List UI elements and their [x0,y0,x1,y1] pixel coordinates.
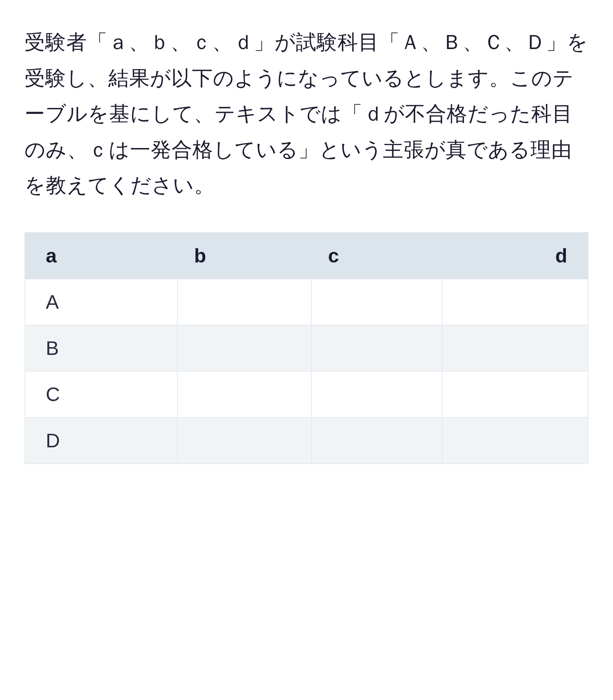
table-cell [177,279,311,325]
results-table-container: a b c d A B C [25,232,588,464]
table-header-cell: c [311,233,442,279]
results-table: a b c d A B C [25,232,588,464]
table-cell [442,371,588,417]
table-row: B [25,325,588,371]
table-header-cell: b [177,233,311,279]
table-cell [311,371,442,417]
table-cell [311,279,442,325]
question-paragraph: 受験者「ａ、ｂ、ｃ、ｄ」が試験科目「Ａ、Ｂ、Ｃ、Ｄ」を受験し、結果が以下のように… [25,25,588,204]
table-row: D [25,417,588,464]
table-row: A [25,279,588,325]
table-cell-label: A [25,279,177,325]
table-cell [442,279,588,325]
table-cell-label: D [25,417,177,464]
table-cell [311,417,442,464]
table-cell [442,417,588,464]
table-row: C [25,371,588,417]
table-cell [177,371,311,417]
table-cell [442,325,588,371]
table-cell [177,325,311,371]
table-cell [177,417,311,464]
table-header-row: a b c d [25,233,588,279]
table-header-cell: d [442,233,588,279]
table-cell [311,325,442,371]
table-cell-label: C [25,371,177,417]
table-header-cell: a [25,233,177,279]
table-cell-label: B [25,325,177,371]
